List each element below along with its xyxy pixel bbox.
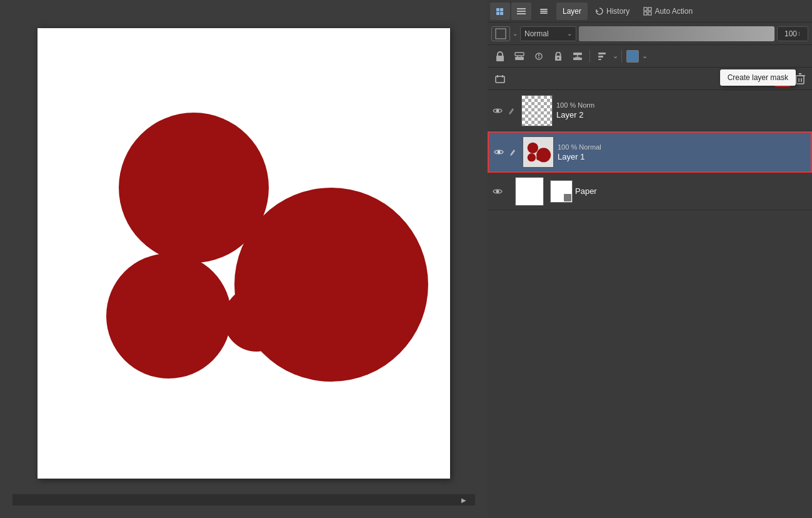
layer1-visibility-icon[interactable]: [491, 145, 506, 160]
svg-rect-35: [598, 59, 601, 60]
layer2-edit-icon: [505, 103, 518, 118]
layer1-name: Layer 1: [558, 152, 808, 161]
svg-point-56: [528, 143, 538, 153]
expand-collapse-btn[interactable]: [491, 70, 509, 88]
layer1-thumbnail: [523, 136, 554, 168]
paper-edit-icon: [505, 184, 511, 199]
create-mask-btn[interactable]: Create layer mask: [774, 71, 791, 87]
svg-rect-21: [515, 53, 524, 56]
layer2-info: 100 % Norm Layer 2: [556, 101, 809, 119]
svg-rect-18: [648, 12, 651, 15]
svg-rect-6: [500, 8, 503, 11]
svg-rect-14: [540, 13, 548, 14]
blend-row: ⌄ Normal ⌄ 100 ↕: [488, 23, 812, 45]
svg-point-59: [536, 156, 541, 161]
paper-mask-thumbnail: [550, 180, 573, 203]
hamburger-menu-icon[interactable]: [511, 3, 531, 20]
layer2-opacity: 100 % Norm: [556, 101, 809, 109]
svg-point-53: [496, 109, 499, 112]
opacity-value[interactable]: 100 ↕: [777, 26, 808, 41]
blend-square-chevron: ⌄: [513, 30, 518, 37]
layer-action-row: Create layer mask: [488, 68, 812, 90]
blend-square-icon[interactable]: [491, 26, 510, 41]
svg-rect-9: [517, 8, 526, 9]
lock-transparency-btn[interactable]: [491, 48, 509, 64]
svg-rect-11: [517, 13, 526, 14]
paper-thumbnail: [515, 177, 544, 206]
svg-rect-34: [598, 56, 603, 58]
search-chevron: ⌄: [613, 52, 618, 60]
svg-rect-10: [517, 11, 526, 12]
svg-point-29: [558, 57, 559, 59]
canvas-wrapper: [13, 13, 475, 494]
svg-rect-12: [540, 9, 548, 10]
svg-point-58: [528, 153, 536, 161]
svg-rect-7: [496, 12, 499, 15]
svg-rect-19: [496, 29, 506, 39]
svg-rect-5: [496, 8, 499, 11]
new-folder-btn[interactable]: [739, 71, 756, 87]
svg-point-47: [779, 76, 786, 82]
layer-item-paper[interactable]: Paper: [488, 173, 812, 210]
tab-layer-icon[interactable]: [533, 3, 555, 20]
toolbar-divider2: [621, 50, 622, 63]
bottom-bar: ▶: [13, 494, 475, 505]
svg-rect-45: [761, 76, 768, 84]
svg-point-3: [106, 253, 231, 378]
paper-name: Paper: [575, 186, 809, 196]
layer1-opacity: 100 % Normal: [558, 143, 808, 151]
svg-point-2: [234, 188, 428, 382]
svg-point-4: [224, 287, 289, 352]
tab-layer[interactable]: Layer: [556, 3, 588, 20]
svg-rect-48: [796, 76, 804, 84]
blend-mode-chevron: ⌄: [567, 30, 572, 37]
layer-color-swatch[interactable]: [626, 50, 639, 63]
svg-point-27: [538, 57, 539, 58]
merge-layers-btn[interactable]: [569, 48, 586, 64]
layer2-visibility-icon[interactable]: [490, 103, 505, 118]
clip-to-below-btn[interactable]: [511, 48, 528, 64]
panel-menu-icon[interactable]: [490, 3, 510, 20]
svg-rect-17: [644, 12, 647, 15]
svg-point-54: [498, 151, 501, 154]
canvas-area: ▶: [0, 0, 488, 518]
color-chevron: ⌄: [642, 52, 648, 60]
svg-rect-13: [540, 11, 548, 12]
canvas[interactable]: [38, 28, 450, 479]
lock-layer-btn[interactable]: [549, 48, 567, 64]
layer-item-layer2[interactable]: 100 % Norm Layer 2: [488, 90, 812, 131]
svg-rect-15: [644, 8, 647, 11]
svg-rect-33: [598, 53, 606, 54]
copy-layer-btn[interactable]: [757, 71, 773, 87]
svg-rect-22: [515, 57, 524, 60]
tab-auto-action[interactable]: Auto Action: [637, 3, 699, 20]
tabs-row: Layer History Auto Action: [488, 0, 812, 23]
layer1-info: 100 % Normal Layer 1: [558, 143, 808, 161]
opacity-slider[interactable]: [579, 26, 774, 41]
toolbar-divider: [589, 50, 590, 63]
layer2-thumbnail: [521, 95, 553, 126]
layer-actions-group: Create layer mask: [511, 71, 808, 87]
paper-visibility-icon[interactable]: [490, 184, 505, 199]
right-panel: Layer History Auto Action ⌄: [488, 0, 812, 518]
layer-item-layer1[interactable]: 100 % Normal Layer 1: [488, 131, 812, 173]
svg-rect-8: [500, 12, 503, 15]
svg-rect-20: [496, 56, 504, 61]
new-layer-btn[interactable]: [722, 71, 738, 87]
toolbar-row: ⌄ ⌄: [488, 45, 812, 68]
layer2-name: Layer 2: [556, 110, 809, 119]
svg-point-60: [496, 190, 499, 193]
layer1-edit-icon: [506, 145, 519, 160]
svg-rect-16: [648, 8, 651, 11]
paper-info: Paper: [575, 186, 809, 196]
tab-history[interactable]: History: [589, 3, 636, 20]
svg-rect-30: [573, 53, 582, 55]
scroll-right-icon[interactable]: ▶: [461, 497, 466, 504]
reference-layer-btn[interactable]: [530, 48, 548, 64]
svg-rect-36: [496, 76, 504, 83]
delete-layer-btn[interactable]: [792, 71, 808, 87]
blend-mode-dropdown[interactable]: Normal ⌄: [520, 26, 576, 41]
search-layers-btn[interactable]: [593, 48, 611, 64]
layers-list[interactable]: 100 % Norm Layer 2: [488, 90, 812, 518]
